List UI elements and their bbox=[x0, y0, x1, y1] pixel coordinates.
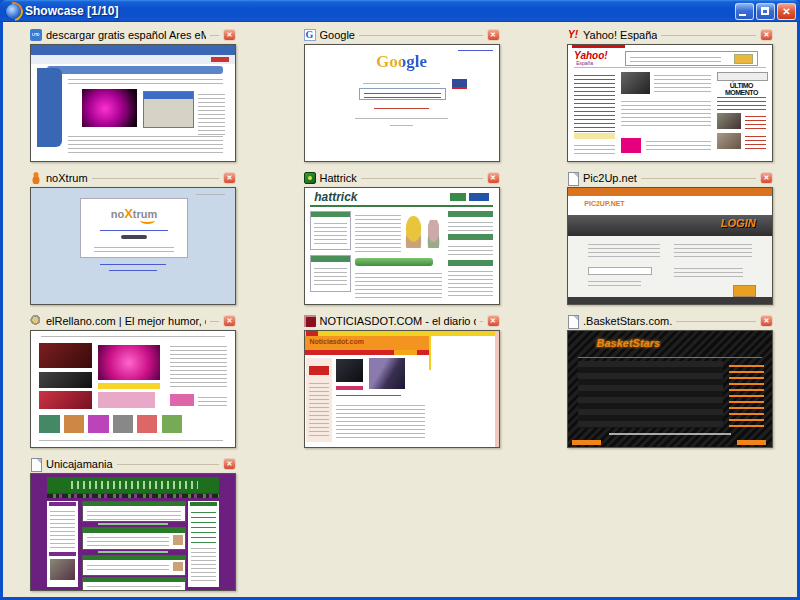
yahoo-logo: Yahoo! bbox=[574, 50, 608, 61]
art-block bbox=[674, 265, 743, 279]
tab-cell-google[interactable]: G Google ✕ Google bbox=[304, 27, 500, 162]
header-rule bbox=[480, 321, 483, 322]
art-block bbox=[49, 552, 76, 555]
tab-cell-descargar[interactable]: UTD descargar gratis español Ares eMule … bbox=[30, 27, 236, 162]
page-favicon bbox=[567, 172, 579, 184]
art-block bbox=[49, 502, 76, 505]
art-block bbox=[745, 133, 765, 149]
tab-close-button[interactable]: ✕ bbox=[223, 29, 236, 41]
art-block bbox=[574, 72, 615, 132]
art-block bbox=[170, 343, 227, 389]
art-block bbox=[87, 534, 169, 547]
art-block bbox=[363, 80, 441, 85]
art-block bbox=[47, 501, 78, 587]
tab-thumbnail-noxtrum[interactable]: noXtrum bbox=[30, 187, 236, 305]
noticiasdot-favicon bbox=[304, 315, 316, 327]
tab-header: .BasketStars.com. ✕ bbox=[567, 313, 773, 329]
art-block bbox=[359, 88, 446, 100]
tab-cell-yahoo[interactable]: Y! Yahoo! España ✕ Yahoo! España bbox=[567, 27, 773, 162]
title-bar[interactable]: Showcase [1/10] ✕ bbox=[0, 0, 800, 22]
tab-cell-noticiasdot[interactable]: NOTICIASDOT.COM - el diario del mundo...… bbox=[304, 313, 500, 448]
art-block bbox=[355, 212, 402, 254]
close-button[interactable]: ✕ bbox=[777, 3, 796, 20]
art-block bbox=[113, 415, 133, 434]
tab-thumbnail-elrellano[interactable] bbox=[30, 330, 236, 448]
tab-thumbnail-hattrick[interactable]: hattrick bbox=[304, 187, 500, 305]
tab-header: Hattrick ✕ bbox=[304, 170, 500, 186]
art-block bbox=[31, 45, 235, 55]
maximize-button[interactable] bbox=[756, 3, 775, 20]
art-block bbox=[574, 67, 766, 68]
header-rule bbox=[359, 35, 483, 36]
art-block bbox=[83, 528, 185, 532]
tab-close-button[interactable]: ✕ bbox=[487, 172, 500, 184]
tab-cell-basketstars[interactable]: .BasketStars.com. ✕ BasketStars bbox=[567, 313, 773, 448]
pic2up-login-headline: LOGIN bbox=[721, 217, 756, 229]
art-block bbox=[71, 481, 198, 489]
tab-cell-elrellano[interactable]: elRellano.com | El mejor humor, chistes … bbox=[30, 313, 236, 448]
tab-thumbnail-descargar[interactable] bbox=[30, 44, 236, 162]
art-block bbox=[674, 241, 752, 260]
minimize-button[interactable] bbox=[735, 3, 754, 20]
art-block bbox=[82, 89, 137, 127]
art-block bbox=[41, 333, 225, 340]
art-block bbox=[64, 415, 84, 434]
tab-close-button[interactable]: ✕ bbox=[487, 315, 500, 327]
art-block bbox=[336, 386, 363, 391]
art-block bbox=[188, 501, 219, 587]
header-rule bbox=[361, 178, 483, 179]
art-block bbox=[39, 415, 59, 434]
art-block bbox=[717, 113, 741, 128]
art-block bbox=[568, 188, 772, 196]
tab-close-button[interactable]: ✕ bbox=[223, 172, 236, 184]
tab-close-button[interactable]: ✕ bbox=[223, 458, 236, 470]
art-block bbox=[88, 415, 108, 434]
art-block bbox=[87, 583, 181, 590]
yahoo-sublogo: España bbox=[576, 60, 593, 66]
art-block bbox=[394, 350, 417, 356]
art-block bbox=[198, 91, 225, 137]
tab-close-button[interactable]: ✕ bbox=[760, 29, 773, 41]
art-block bbox=[100, 261, 165, 266]
art-block bbox=[311, 212, 350, 217]
basketstars-menu bbox=[729, 361, 764, 428]
google-logo: Google bbox=[305, 52, 499, 72]
art-block bbox=[68, 76, 223, 86]
tab-header: elRellano.com | El mejor humor, chistes … bbox=[30, 313, 236, 329]
tab-thumbnail-google[interactable]: Google bbox=[304, 44, 500, 162]
tab-close-button[interactable]: ✕ bbox=[760, 172, 773, 184]
pic2up-button bbox=[733, 285, 755, 296]
tab-cell-noxtrum[interactable]: noXtrum ✕ noXtrum bbox=[30, 170, 236, 305]
tab-header: Y! Yahoo! España ✕ bbox=[567, 27, 773, 43]
art-block bbox=[469, 193, 488, 201]
art-block bbox=[314, 220, 347, 246]
art-block bbox=[196, 191, 225, 196]
art-block bbox=[572, 440, 601, 445]
pic2up-input bbox=[588, 267, 651, 275]
tab-thumbnail-pic2up[interactable]: PIC2UP.NET LOGIN bbox=[567, 187, 773, 305]
art-block bbox=[450, 193, 466, 201]
art-block bbox=[94, 244, 175, 253]
art-block bbox=[311, 256, 350, 262]
tab-cell-unicajamania[interactable]: Unicajamania ✕ bbox=[30, 456, 236, 591]
noxtrum-logo: noXtrum bbox=[81, 206, 187, 221]
tab-title: noXtrum bbox=[46, 172, 88, 184]
tab-close-button[interactable]: ✕ bbox=[223, 315, 236, 327]
tab-thumbnail-noticiasdot[interactable]: Noticiasdot.com bbox=[304, 330, 500, 448]
tab-cell-pic2up[interactable]: Pic2Up.net ✕ PIC2UP.NET LOGIN bbox=[567, 170, 773, 305]
art-block bbox=[309, 366, 329, 374]
art-block bbox=[448, 243, 493, 257]
tab-close-button[interactable]: ✕ bbox=[760, 315, 773, 327]
art-block bbox=[173, 535, 183, 545]
tab-thumbnail-unicajamania[interactable] bbox=[30, 473, 236, 591]
art-block: LOGIN bbox=[568, 215, 772, 236]
tab-thumbnail-yahoo[interactable]: Yahoo! España ÚLTIMO MOMENTO bbox=[567, 44, 773, 162]
art-block bbox=[198, 394, 227, 407]
tab-close-button[interactable]: ✕ bbox=[487, 29, 500, 41]
header-rule bbox=[117, 464, 219, 465]
tab-cell-hattrick[interactable]: Hattrick ✕ hattrick bbox=[304, 170, 500, 305]
art-block bbox=[369, 358, 406, 389]
art-block bbox=[737, 440, 766, 445]
minimize-icon bbox=[739, 14, 746, 16]
tab-thumbnail-basketstars[interactable]: BasketStars bbox=[567, 330, 773, 448]
